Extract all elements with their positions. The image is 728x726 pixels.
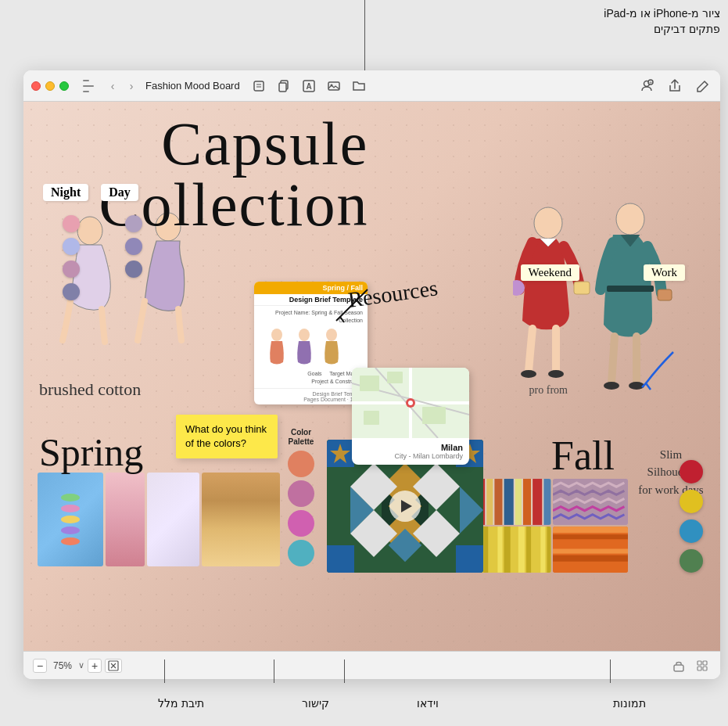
main-window: ‹ › Fashion Mood Board xyxy=(23,70,720,679)
image-tool-button[interactable] xyxy=(325,77,343,95)
back-button[interactable]: ‹ xyxy=(105,78,120,94)
svg-rect-24 xyxy=(422,407,446,424)
video-line xyxy=(344,660,345,683)
swatch-violet xyxy=(125,238,142,255)
svg-point-53 xyxy=(548,370,564,378)
zoom-in-button[interactable]: + xyxy=(88,659,102,673)
svg-rect-72 xyxy=(553,534,629,539)
svg-rect-86 xyxy=(533,527,539,573)
svg-rect-75 xyxy=(553,555,629,562)
sidebar-toggle-button[interactable] xyxy=(83,80,99,92)
svg-rect-42 xyxy=(327,545,354,573)
zoom-value: 75% xyxy=(50,660,75,671)
folder-tool-button[interactable] xyxy=(350,77,368,95)
forward-button[interactable]: › xyxy=(124,78,139,94)
day-label: Day xyxy=(101,184,138,201)
svg-rect-25 xyxy=(364,411,379,425)
notes-tool-button[interactable] xyxy=(249,77,268,95)
svg-rect-63 xyxy=(486,479,493,525)
nav-buttons: ‹ › xyxy=(105,78,139,94)
titlebar: ‹ › Fashion Mood Board xyxy=(23,70,720,102)
svg-point-52 xyxy=(521,370,536,378)
swatch-lavender xyxy=(125,215,142,232)
video-play-button[interactable] xyxy=(389,491,421,522)
annotation-link: קישור xyxy=(302,696,329,712)
weekend-tag: Weekend xyxy=(521,264,579,281)
textbox-line xyxy=(164,660,165,683)
svg-point-14 xyxy=(271,329,282,341)
palette-swatch-teal xyxy=(288,540,314,566)
bottom-right-tools xyxy=(670,657,711,674)
share-button[interactable] xyxy=(665,77,684,95)
blue-arrow xyxy=(634,344,681,391)
svg-rect-90 xyxy=(674,665,683,671)
map-city-subtitle: City - Milan Lombardy xyxy=(358,452,463,460)
copy-tool-button[interactable] xyxy=(274,77,293,95)
zoom-dropdown[interactable]: ∨ xyxy=(78,660,84,670)
svg-rect-64 xyxy=(494,479,502,525)
fabric-yellow xyxy=(475,527,551,573)
svg-rect-22 xyxy=(360,376,379,391)
toolbar-tools: A xyxy=(249,77,368,95)
toolbar-right: + xyxy=(637,77,712,95)
fabric-strips xyxy=(38,473,280,566)
svg-rect-81 xyxy=(497,527,502,573)
svg-rect-87 xyxy=(540,527,545,573)
minimize-button[interactable] xyxy=(45,81,55,91)
link-line xyxy=(274,660,274,683)
svg-rect-66 xyxy=(515,479,522,525)
svg-rect-82 xyxy=(504,527,511,573)
dot-blue xyxy=(680,519,703,543)
svg-rect-71 xyxy=(553,527,629,533)
svg-rect-51 xyxy=(574,282,590,294)
svg-rect-69 xyxy=(543,479,550,525)
edit-button[interactable] xyxy=(694,77,712,95)
fabric-1 xyxy=(202,473,280,566)
svg-rect-73 xyxy=(553,541,629,547)
dot-red xyxy=(680,460,703,483)
swatch-purple xyxy=(63,283,80,300)
zoom-fit-button[interactable] xyxy=(105,659,122,673)
window-title: Fashion Mood Board xyxy=(145,80,240,92)
fabric-grid-right xyxy=(475,479,628,573)
svg-rect-93 xyxy=(698,667,701,670)
svg-rect-0 xyxy=(254,81,264,91)
traffic-lights xyxy=(31,81,69,91)
close-button[interactable] xyxy=(31,81,41,91)
color-dots-right xyxy=(680,460,703,573)
svg-rect-68 xyxy=(533,479,542,525)
fabric-4-macarons xyxy=(38,473,103,566)
dot-green xyxy=(680,549,703,573)
fall-label: Fall xyxy=(551,433,615,479)
svg-text:A: A xyxy=(306,82,311,91)
dot-yellow xyxy=(680,490,703,513)
grid-view-button[interactable] xyxy=(694,657,711,674)
svg-point-27 xyxy=(408,401,413,405)
doc-card-footer: Design Brief Templat Pages Document · 1 … xyxy=(254,388,368,404)
palette-label: Color Palette xyxy=(282,428,321,447)
palette-swatch-magenta xyxy=(288,510,314,537)
swatch-blue xyxy=(63,238,80,255)
svg-rect-23 xyxy=(387,372,403,383)
svg-rect-67 xyxy=(523,479,531,525)
map-card[interactable]: Milan City - Milan Lombardy xyxy=(352,368,469,465)
maximize-button[interactable] xyxy=(59,81,69,91)
text-tool-button[interactable]: A xyxy=(299,77,318,95)
sticky-note[interactable]: What do you think of the colors? xyxy=(176,415,278,458)
svg-rect-92 xyxy=(703,661,707,665)
palette-swatch-pink xyxy=(288,480,314,507)
svg-point-50 xyxy=(534,207,562,239)
swatches-right-col xyxy=(125,215,142,278)
palette-swatch-orange xyxy=(288,451,314,477)
fabric-orange xyxy=(553,527,629,573)
svg-rect-4 xyxy=(279,83,286,92)
annotation-images: תמונות xyxy=(613,696,646,712)
svg-rect-94 xyxy=(703,667,707,670)
zoom-out-button[interactable]: − xyxy=(33,659,47,673)
work-tag: Work xyxy=(644,264,685,281)
svg-rect-65 xyxy=(504,479,514,525)
collaborate-button[interactable]: + xyxy=(637,77,656,95)
night-label: Night xyxy=(43,184,88,201)
svg-rect-85 xyxy=(526,527,531,573)
pro-from-label: pro from xyxy=(529,384,568,397)
